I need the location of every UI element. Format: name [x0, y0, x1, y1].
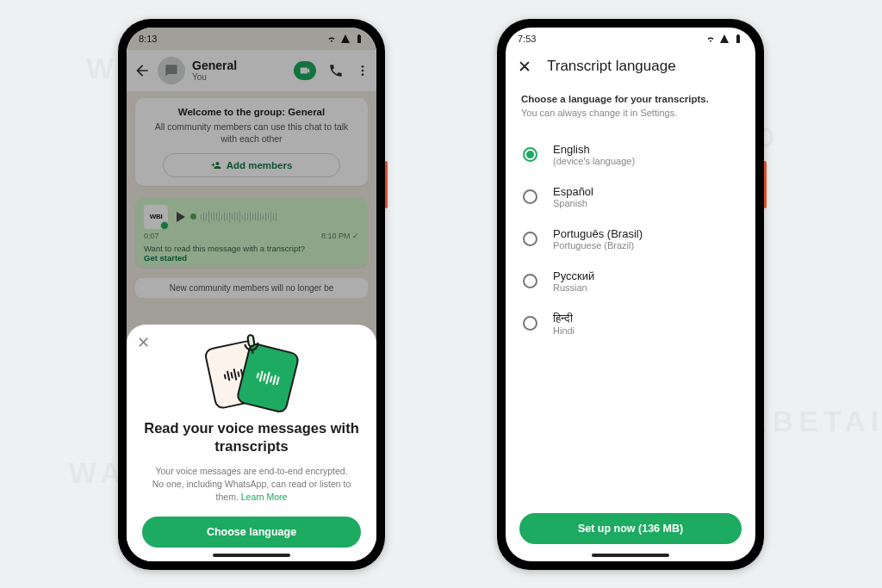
radio-icon	[523, 189, 537, 204]
gesture-bar	[592, 554, 669, 557]
language-option[interactable]: EspañolSpanish	[521, 176, 740, 218]
gesture-bar	[213, 554, 290, 557]
mic-icon	[239, 331, 264, 356]
battery-icon	[733, 34, 743, 44]
language-label: English(device's language)	[553, 143, 635, 166]
screen-left: 8:13 General You	[127, 28, 376, 561]
close-icon[interactable]: ✕	[518, 57, 531, 77]
sheet-illustration	[204, 340, 299, 409]
status-time: 7:53	[518, 34, 536, 44]
language-option[interactable]: РусскийRussian	[521, 260, 740, 302]
phone-left: 8:13 General You	[118, 19, 385, 570]
lead-text-2: You can always change it in Settings.	[521, 108, 740, 118]
status-icons	[705, 34, 743, 44]
language-option[interactable]: Português (Brasil)Portuguese (Brazil)	[521, 218, 740, 260]
learn-more-link[interactable]: Learn More	[241, 492, 288, 502]
svg-rect-3	[247, 335, 254, 347]
language-label: Português (Brasil)Portuguese (Brazil)	[553, 227, 643, 251]
radio-icon	[523, 147, 537, 162]
radio-icon	[523, 232, 537, 246]
setup-button[interactable]: Set up now (136 MB)	[519, 513, 742, 544]
page-header: ✕ Transcript language	[506, 50, 755, 87]
status-bar: 7:53	[506, 28, 755, 50]
page-title: Transcript language	[547, 58, 676, 75]
screen-right: 7:53 ✕ Transcript language Choose a lang…	[506, 28, 755, 561]
choose-language-button[interactable]: Choose language	[142, 517, 361, 548]
language-option[interactable]: English(device's language)	[521, 133, 740, 176]
language-label: हिन्दीHindi	[553, 312, 575, 336]
lead-text-1: Choose a language for your transcripts.	[521, 94, 740, 104]
close-icon[interactable]: ✕	[137, 335, 150, 350]
language-label: EspañolSpanish	[553, 185, 593, 208]
sheet-title: Read your voice messages with transcript…	[142, 419, 361, 456]
phone-right: 7:53 ✕ Transcript language Choose a lang…	[497, 19, 764, 570]
footer: Set up now (136 MB)	[506, 503, 755, 561]
language-label: РусскийRussian	[553, 269, 594, 293]
radio-icon	[523, 316, 537, 331]
wifi-icon	[705, 34, 716, 44]
language-option[interactable]: हिन्दीHindi	[521, 302, 740, 345]
sheet-description: Your voice messages are end-to-end encry…	[142, 465, 361, 517]
radio-icon	[523, 274, 537, 288]
bottom-sheet: ✕ Read your voice messages with transcri…	[127, 325, 376, 561]
signal-icon	[719, 34, 730, 44]
language-list: Choose a language for your transcripts. …	[506, 87, 755, 503]
